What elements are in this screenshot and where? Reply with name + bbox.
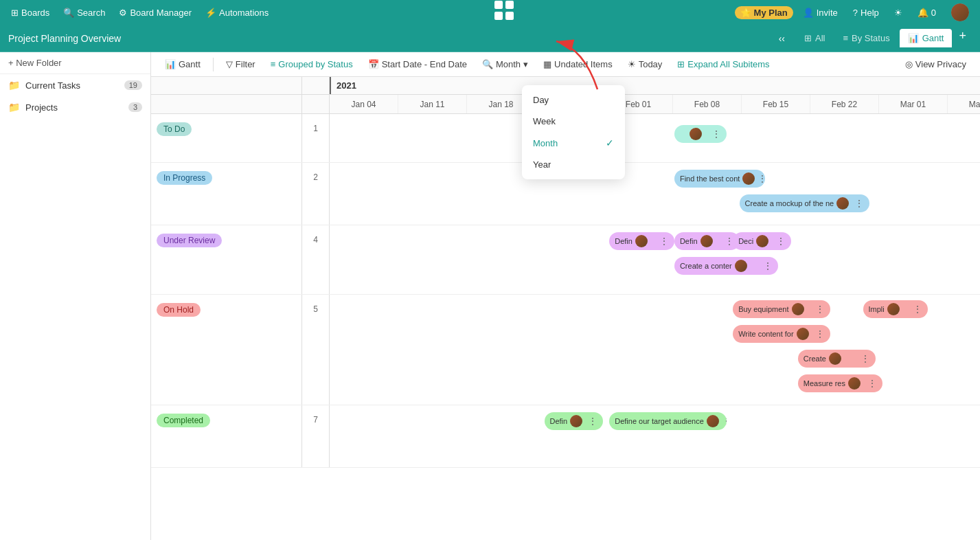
task-bar-buy-equipment[interactable]: Buy equipment ⋮ — [733, 300, 830, 318]
automations-icon: ⚡ — [205, 8, 216, 18]
task-bar-defin1[interactable]: Defin ⋮ — [609, 232, 674, 250]
svg-rect-2 — [494, 12, 503, 20]
more-options-icon[interactable]: ⋮ — [763, 260, 773, 271]
tab-gantt[interactable]: 📊 Gantt — [900, 29, 953, 47]
date-range-button[interactable]: 📅 Start Date - End Date — [363, 56, 472, 72]
status-badge-underreview: Under Review — [157, 234, 222, 247]
more-options-icon[interactable]: ⋮ — [588, 416, 597, 427]
more-options-icon[interactable]: ⋮ — [815, 328, 825, 339]
status-badge-onhold: On Hold — [157, 303, 201, 317]
task-bar-impli[interactable]: Impli ⋮ — [863, 300, 928, 318]
more-options-icon[interactable]: ⋮ — [861, 353, 870, 364]
task-bar[interactable]: ⋮ — [674, 125, 727, 143]
more-options-icon[interactable]: ⋮ — [913, 304, 922, 315]
nav-automations[interactable]: ⚡ Automations — [200, 5, 274, 21]
help-icon: ? — [853, 8, 858, 18]
search-icon: 🔍 — [63, 8, 74, 18]
gantt-toolbar: 📊 Gantt ▽ Filter ≡ Grouped by Status 📅 S… — [151, 52, 980, 77]
sidebar-item-projects[interactable]: 📁 Projects 3 — [0, 96, 150, 118]
avatar — [570, 415, 582, 427]
avatar — [792, 303, 804, 315]
nav-help[interactable]: ? Help — [847, 5, 885, 21]
date-feb15: Feb 15 — [742, 95, 810, 113]
status-badge-todo: To Do — [157, 122, 192, 136]
filter-button[interactable]: ▽ Filter — [220, 56, 261, 72]
dropdown-week[interactable]: Week — [522, 111, 625, 132]
settings-icon: ☀ — [894, 8, 902, 18]
board-title: Project Planning Overview — [8, 33, 768, 44]
nav-back[interactable]: ‹‹ — [776, 32, 788, 45]
add-view-button[interactable]: + — [953, 29, 972, 47]
new-folder-button[interactable]: + New Folder — [0, 52, 150, 74]
dropdown-year[interactable]: Year — [522, 154, 625, 175]
group-icon: ≡ — [271, 59, 276, 69]
more-options-icon[interactable]: ⋮ — [757, 173, 765, 184]
more-options-icon[interactable]: ⋮ — [659, 236, 669, 247]
task-label: Impli — [869, 305, 885, 313]
task-label: Defin — [550, 417, 568, 425]
nav-my-plan[interactable]: ⭐ My Plan — [735, 6, 793, 19]
task-bar-define-audience[interactable]: Define our target audience ⋮ — [609, 412, 726, 430]
date-mar01: Mar 01 — [879, 95, 948, 113]
nav-settings[interactable]: ☀ — [889, 5, 908, 21]
nav-boards[interactable]: ⊞ Boards — [5, 5, 55, 21]
expand-subitems-button[interactable]: ⊞ Expand All Subitems — [672, 56, 775, 72]
task-bar-write-content[interactable]: Write content for ⋮ — [733, 325, 830, 343]
more-options-icon[interactable]: ⋮ — [854, 198, 864, 209]
nav-right-section: ⭐ My Plan 👤 Invite ? Help ☀ 🔔 0 — [735, 1, 975, 24]
task-label: Defin — [680, 237, 698, 245]
tab-by-status[interactable]: ≡ By Status — [834, 29, 898, 47]
more-options-icon[interactable]: ⋮ — [776, 236, 786, 247]
avatar — [735, 260, 747, 272]
sub-header: Project Planning Overview ‹‹ ⊞ All ≡ By … — [0, 25, 980, 52]
chevron-down-icon: ▾ — [523, 59, 528, 69]
folder-icon: 📁 — [8, 80, 20, 91]
gantt-view-button[interactable]: 📊 Gantt — [159, 56, 206, 72]
gantt-icon: 📊 — [908, 33, 919, 43]
row-num-1: 1 — [302, 114, 330, 162]
nav-avatar[interactable] — [946, 1, 975, 24]
dropdown-day[interactable]: Day — [522, 89, 625, 111]
row-num-5: 5 — [302, 295, 330, 405]
more-options-icon[interactable]: ⋮ — [711, 128, 721, 139]
sidebar-item-current-tasks[interactable]: 📁 Current Tasks 19 — [0, 74, 150, 96]
task-label: Measure res — [804, 379, 845, 387]
date-feb08: Feb 08 — [673, 95, 742, 113]
task-bar-create-content[interactable]: Create a conter ⋮ — [674, 257, 779, 275]
more-options-icon[interactable]: ⋮ — [867, 378, 877, 389]
undated-icon: ▦ — [543, 59, 551, 69]
task-bar-mockup[interactable]: Create a mockup of the ne ⋮ — [740, 194, 869, 212]
nav-board-manager[interactable]: ⚙ Board Manager — [113, 5, 197, 21]
avatar — [756, 235, 768, 247]
date-mar08: Mar 08 — [948, 95, 980, 113]
nav-invite[interactable]: 👤 Invite — [797, 5, 843, 21]
row-content-completed: Defin ⋮ Define our target audience ⋮ — [330, 405, 980, 467]
task-bar-find[interactable]: Find the best cont ⋮ — [674, 170, 766, 188]
group-by-status-button[interactable]: ≡ Grouped by Status — [265, 56, 358, 72]
svg-rect-3 — [505, 12, 514, 20]
plan-icon: ⭐ — [740, 8, 751, 18]
task-label: Create a conter — [680, 262, 732, 270]
undated-items-button[interactable]: ▦ Undated Items — [538, 56, 618, 72]
task-bar-deci[interactable]: Deci ⋮ — [733, 232, 791, 250]
date-feb22: Feb 22 — [810, 95, 879, 113]
today-button[interactable]: ☀ Today — [622, 56, 668, 72]
task-bar-defin2[interactable]: Defin ⋮ — [674, 232, 740, 250]
table-icon: ⊞ — [804, 33, 812, 43]
tab-all[interactable]: ⊞ All — [796, 29, 833, 47]
avatar — [848, 377, 861, 390]
month-button[interactable]: 🔍 Month ▾ — [477, 56, 534, 72]
more-options-icon[interactable]: ⋮ — [815, 304, 825, 315]
status-badge-inprogress: In Progress — [157, 171, 212, 185]
task-bar-defin-comp[interactable]: Defin ⋮ — [545, 412, 603, 430]
nav-search[interactable]: 🔍 Search — [58, 5, 111, 21]
task-bar-measure[interactable]: Measure res ⋮ — [798, 374, 882, 392]
nav-notifications[interactable]: 🔔 0 — [912, 5, 942, 21]
view-privacy-button[interactable]: ◎ View Privacy — [900, 56, 972, 72]
checkmark-icon: ✓ — [606, 137, 614, 148]
more-options-icon[interactable]: ⋮ — [722, 416, 727, 427]
status-icon: ≡ — [843, 33, 848, 43]
task-bar-create[interactable]: Create ⋮ — [798, 350, 876, 368]
dropdown-month[interactable]: Month ✓ — [522, 132, 625, 154]
invite-icon: 👤 — [803, 8, 814, 18]
